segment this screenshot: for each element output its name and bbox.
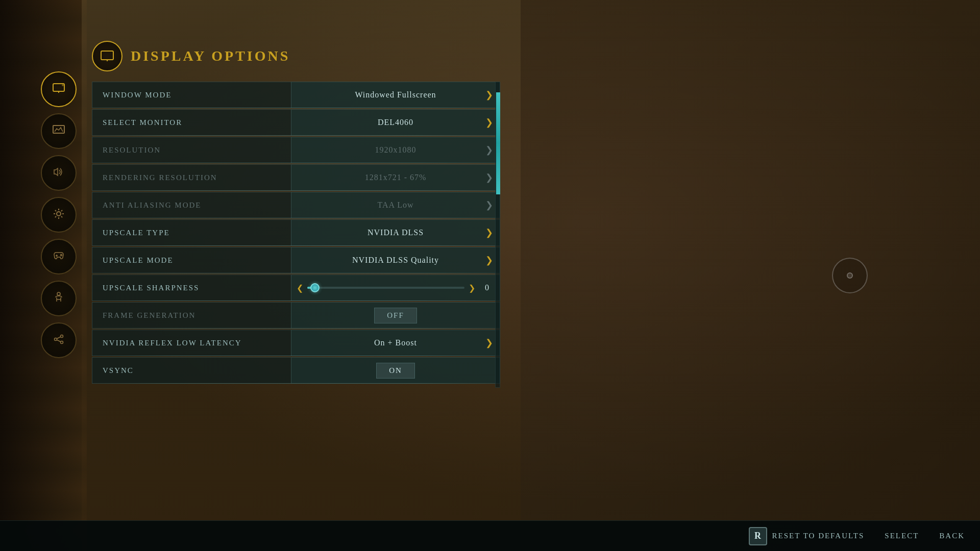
sidebar-item-gameplay[interactable] xyxy=(41,197,77,233)
misc-icon xyxy=(52,332,66,348)
resolution-value[interactable]: 980x551 ❯ xyxy=(291,137,500,163)
sidebar xyxy=(41,71,82,358)
chevron-right-icon: ❯ xyxy=(485,255,494,266)
vsync-label: VSYNC xyxy=(92,357,291,384)
slider-container[interactable]: ❮ ❯ 0 xyxy=(291,274,500,301)
setting-row-frame-generation[interactable]: FRAME GENERATION OFF xyxy=(92,302,500,329)
select-label: SELECT xyxy=(885,532,919,540)
person-icon xyxy=(52,290,66,307)
chevron-right-icon: ❯ xyxy=(485,227,494,238)
nvidia-reflex-value[interactable]: On + Boost ❯ xyxy=(291,330,500,356)
sidebar-item-display[interactable] xyxy=(41,71,77,107)
setting-row-resolution[interactable]: RESOLUTION 980x551 ❯ xyxy=(92,137,500,163)
window-mode-label: WINDOW MODE xyxy=(92,82,291,108)
sidebar-item-graphics[interactable] xyxy=(41,113,77,149)
row-divider xyxy=(92,108,500,108)
svg-point-9 xyxy=(57,292,60,295)
row-divider xyxy=(92,163,500,163)
select-monitor-label: SELECT MONITOR xyxy=(92,109,291,136)
upscale-mode-label: UPSCALE MODE xyxy=(92,247,291,273)
svg-point-5 xyxy=(57,212,61,216)
rendering-resolution-label: RENDERING RESOLUTION xyxy=(92,164,291,191)
chevron-right-icon: ❯ xyxy=(485,172,494,183)
sidebar-item-accessibility[interactable] xyxy=(41,281,77,316)
sidebar-item-controls[interactable] xyxy=(41,239,77,274)
svg-point-12 xyxy=(61,341,63,344)
anti-aliasing-value[interactable]: TAA Low ❯ xyxy=(291,192,500,218)
graphics-icon xyxy=(52,123,66,139)
row-divider xyxy=(92,300,500,301)
chevron-right-icon: ❯ xyxy=(485,89,494,101)
svg-line-14 xyxy=(57,340,61,342)
gear-icon xyxy=(52,207,66,223)
slider-right-arrow[interactable]: ❯ xyxy=(469,283,475,293)
select-monitor-value[interactable]: DEL4060 ❯ xyxy=(291,109,500,136)
vsync-toggle[interactable]: ON xyxy=(376,363,415,379)
row-divider xyxy=(92,383,500,384)
anti-aliasing-label: ANTI ALIASING MODE xyxy=(92,192,291,218)
setting-row-upscale-type[interactable]: UPSCALE TYPE NVIDIA DLSS ❯ xyxy=(92,219,500,246)
row-divider xyxy=(92,218,500,218)
reset-key-badge[interactable]: R xyxy=(749,527,767,545)
setting-row-nvidia-reflex[interactable]: NVIDIA REFLEX LOW LATENCY On + Boost ❯ xyxy=(92,330,500,356)
svg-point-3 xyxy=(62,84,64,86)
title-icon xyxy=(92,41,122,71)
upscale-type-label: UPSCALE TYPE xyxy=(92,219,291,246)
page-header: DISPLAY OPTIONS xyxy=(92,41,290,71)
setting-row-upscale-mode[interactable]: UPSCALE MODE NVIDIA DLSS Quality ❯ xyxy=(92,247,500,273)
resolution-label: RESOLUTION xyxy=(92,137,291,163)
slider-thumb[interactable] xyxy=(310,283,320,292)
back-label: BACK xyxy=(939,532,965,540)
setting-row-upscale-sharpness[interactable]: UPSCALE SHARPNESS ❮ ❯ 0 xyxy=(92,274,500,301)
row-divider xyxy=(92,190,500,191)
controller-icon xyxy=(52,248,66,265)
upscale-mode-value[interactable]: NVIDIA DLSS Quality ❯ xyxy=(291,247,500,273)
select-action[interactable]: SELECT xyxy=(885,532,919,540)
svg-point-8 xyxy=(61,255,62,256)
setting-row-anti-aliasing[interactable]: ANTI ALIASING MODE TAA Low ❯ xyxy=(92,192,500,218)
nvidia-reflex-label: NVIDIA REFLEX LOW LATENCY xyxy=(92,330,291,356)
upscale-sharpness-label: UPSCALE SHARPNESS xyxy=(92,274,291,301)
setting-row-rendering-resolution[interactable]: RENDERING RESOLUTION 1281x721 - 67% ❯ xyxy=(92,164,500,191)
bottom-bar: R RESET TO DEFAULTS SELECT BACK xyxy=(0,520,980,551)
audio-icon xyxy=(52,165,66,181)
chevron-right-icon: ❯ xyxy=(485,144,494,156)
slider-track[interactable] xyxy=(307,287,464,289)
reset-defaults-label: RESET TO DEFAULTS xyxy=(772,532,865,540)
row-divider xyxy=(92,356,500,356)
svg-line-13 xyxy=(57,337,61,339)
row-divider xyxy=(92,273,500,273)
vsync-value[interactable]: ON xyxy=(291,357,500,384)
row-divider xyxy=(92,328,500,329)
page-title: DISPLAY OPTIONS xyxy=(131,48,290,64)
chevron-right-icon: ❯ xyxy=(485,117,494,128)
sidebar-item-misc[interactable] xyxy=(41,322,77,358)
setting-row-window-mode[interactable]: WINDOW MODE Windowed Fullscreen ❯ xyxy=(92,82,500,108)
setting-row-select-monitor[interactable]: SELECT MONITOR DEL4060 ❯ xyxy=(92,109,500,136)
rendering-resolution-value[interactable]: 1281x721 - 67% ❯ xyxy=(291,164,500,191)
sidebar-item-audio[interactable] xyxy=(41,155,77,191)
frame-generation-label: FRAME GENERATION xyxy=(92,302,291,329)
slider-value: 0 xyxy=(479,283,495,292)
display-icon xyxy=(52,81,66,97)
bg-right xyxy=(521,0,980,551)
scrollbar[interactable] xyxy=(495,82,500,388)
chevron-right-icon: ❯ xyxy=(485,199,494,211)
slider-left-arrow[interactable]: ❮ xyxy=(297,283,303,293)
upscale-type-value[interactable]: NVIDIA DLSS ❯ xyxy=(291,219,500,246)
svg-rect-15 xyxy=(101,51,113,60)
window-mode-value[interactable]: Windowed Fullscreen ❯ xyxy=(291,82,500,108)
row-divider xyxy=(92,245,500,246)
svg-point-10 xyxy=(55,338,57,341)
scrollbar-thumb[interactable] xyxy=(496,92,500,194)
svg-rect-4 xyxy=(53,126,64,133)
frame-generation-toggle[interactable]: OFF xyxy=(374,308,417,323)
row-divider xyxy=(92,135,500,136)
setting-row-vsync[interactable]: VSYNC ON xyxy=(92,357,500,384)
reset-defaults-action[interactable]: R RESET TO DEFAULTS xyxy=(749,527,865,545)
back-action[interactable]: BACK xyxy=(939,532,965,540)
chevron-right-icon: ❯ xyxy=(485,337,494,348)
settings-panel: WINDOW MODE Windowed Fullscreen ❯ SELECT… xyxy=(92,82,500,385)
frame-generation-value[interactable]: OFF xyxy=(291,302,500,329)
svg-point-11 xyxy=(61,335,63,338)
